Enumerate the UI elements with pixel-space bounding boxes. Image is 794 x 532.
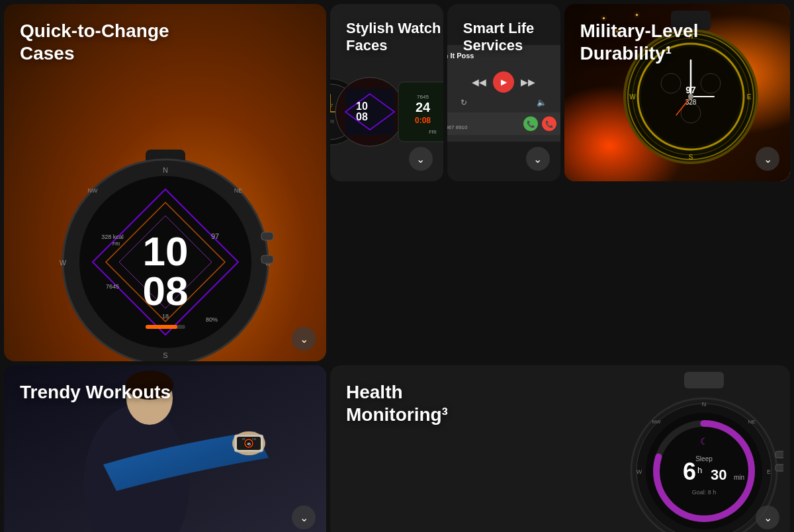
svg-rect-9 <box>261 232 273 240</box>
health-chevron[interactable]: ⌄ <box>756 506 779 529</box>
svg-text:W: W <box>629 93 636 101</box>
military-title: Military-Level Durability¹ <box>580 20 699 64</box>
svg-rect-24 <box>146 325 177 329</box>
play-btn[interactable]: ▶ <box>493 71 514 93</box>
svg-text:120: 120 <box>242 438 245 441</box>
svg-text:FRI: FRI <box>112 242 120 246</box>
svg-text:18: 18 <box>161 313 168 320</box>
svg-text:Goal: 8 h: Goal: 8 h <box>692 489 717 496</box>
svg-rect-81 <box>775 451 783 458</box>
quick-change-title: Quick-to-Change Cases <box>20 20 169 64</box>
reject-call-btn[interactable]: 📞 <box>542 116 556 131</box>
watch-faces-title: Stylish Watch Faces <box>346 20 443 55</box>
spark-1 <box>603 17 605 19</box>
smart-life-title: Smart Life Services <box>463 20 560 55</box>
svg-text:Sleep: Sleep <box>695 455 713 463</box>
music-artist: Delacey <box>447 60 560 66</box>
next-btn[interactable]: ▶▶ <box>521 77 535 87</box>
watch-faces-preview: 97 328 10 08 7645 24 <box>330 75 443 148</box>
svg-text:NE: NE <box>748 419 755 425</box>
svg-point-83 <box>646 413 762 529</box>
repeat-icon[interactable]: ↻ <box>461 98 467 107</box>
svg-text:S: S <box>163 351 167 359</box>
svg-text:NW: NW <box>87 187 97 194</box>
svg-text:30: 30 <box>711 466 727 483</box>
svg-text:24: 24 <box>416 100 431 114</box>
svg-text:0:08: 0:08 <box>415 116 431 125</box>
trendy-title: Trendy Workouts <box>20 381 171 404</box>
svg-point-43 <box>688 94 693 99</box>
trendy-chevron[interactable]: ⌄ <box>292 506 316 529</box>
svg-text:08: 08 <box>356 111 368 122</box>
svg-rect-72 <box>684 372 724 388</box>
svg-text:S: S <box>689 154 693 161</box>
card-watch-faces[interactable]: Stylish Watch Faces 97 328 <box>330 4 443 181</box>
volume-icon[interactable]: 🔈 <box>537 98 547 107</box>
svg-text:08: 08 <box>142 268 188 314</box>
svg-text:7645: 7645 <box>105 283 118 290</box>
svg-text:☾: ☾ <box>700 436 709 447</box>
health-title: Health Monitoring³ <box>346 381 448 425</box>
extra-controls: ↻ 🔈 <box>447 98 560 107</box>
svg-text:5:16: 5:16 <box>252 438 256 441</box>
svg-text:E: E <box>747 93 752 101</box>
music-controls: ◀◀ ▶ ▶▶ <box>447 71 560 93</box>
svg-text:10: 10 <box>356 101 368 112</box>
bottom-row: 45 120 5:16 Trendy Workouts ⌄ N S W <box>4 365 790 532</box>
military-chevron[interactable]: ⌄ <box>756 147 779 171</box>
svg-text:W: W <box>637 468 642 475</box>
svg-text:328 kcal: 328 kcal <box>101 234 124 240</box>
card-health[interactable]: N S W E NW NE ☾ <box>330 365 790 532</box>
card-quick-change[interactable]: Quick-to-Change Cases N S W E NW NE <box>4 4 326 361</box>
bottom-right-cards: Stylish Watch Faces 97 328 <box>330 4 560 181</box>
call-card: Celia 123 4567 8910 📞 📞 💬 <box>447 112 560 135</box>
caller-number: 123 4567 8910 <box>447 124 468 130</box>
quick-change-chevron[interactable]: ⌄ <box>292 327 316 351</box>
quick-change-watch: N S W E NW NE 10 08 328 kcal FRI <box>53 150 278 361</box>
svg-text:97: 97 <box>210 232 218 240</box>
svg-text:E: E <box>767 468 771 475</box>
svg-text:7645: 7645 <box>417 94 429 100</box>
card-military[interactable]: N S W E 97 328 Militar <box>564 4 791 181</box>
svg-rect-82 <box>775 465 783 471</box>
right-col: N S W E 97 328 Militar <box>330 4 790 361</box>
svg-text:min: min <box>734 474 744 481</box>
svg-text:FRI: FRI <box>429 130 437 134</box>
svg-text:NW: NW <box>652 419 661 425</box>
svg-rect-51 <box>345 89 394 135</box>
svg-text:80%: 80% <box>205 316 217 323</box>
card-trendy[interactable]: 45 120 5:16 Trendy Workouts ⌄ <box>4 365 326 532</box>
smart-life-chevron[interactable]: ⌄ <box>526 147 550 171</box>
svg-text:N: N <box>163 166 168 174</box>
card-smart-life[interactable]: Smart Life Services Dream It Poss Delace… <box>447 4 560 181</box>
health-watch: N S W E NW NE ☾ <box>625 372 770 531</box>
svg-text:328: 328 <box>330 119 334 124</box>
svg-text:45: 45 <box>247 442 251 446</box>
svg-text:N: N <box>702 401 707 408</box>
svg-text:h: h <box>697 465 702 475</box>
svg-text:6: 6 <box>683 458 696 485</box>
accept-call-btn[interactable]: 📞 <box>523 116 538 131</box>
svg-rect-10 <box>261 255 273 263</box>
watch-faces-chevron[interactable]: ⌄ <box>409 147 433 171</box>
caller-name: Celia <box>447 117 468 124</box>
call-actions: 📞 📞 💬 <box>523 116 560 131</box>
smart-life-content: Dream It Poss Delacey ◀◀ ▶ ▶▶ ↻ 🔈 Celia <box>447 45 560 142</box>
svg-text:NE: NE <box>234 187 242 194</box>
prev-btn[interactable]: ◀◀ <box>472 77 486 87</box>
svg-text:W: W <box>59 259 66 267</box>
svg-text:10: 10 <box>142 228 188 274</box>
caller-info: Celia 123 4567 8910 <box>447 117 468 130</box>
